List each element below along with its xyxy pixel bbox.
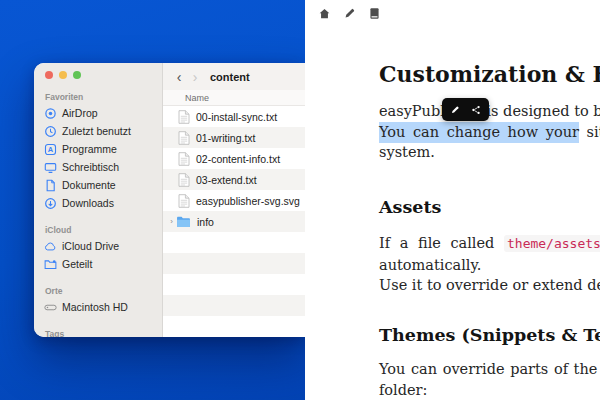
svg-text:A: A (48, 145, 54, 154)
sidebar-item-label: Schreibtisch (62, 161, 119, 173)
file-list: 00-install-sync.txt01-writing.txt02-cont… (163, 106, 305, 337)
desktop-icon (44, 161, 57, 174)
file-icon (178, 110, 190, 124)
section-heading-assets: Assets (379, 197, 441, 217)
sidebar-item-macintosh-hd[interactable]: Macintosh HD (34, 298, 162, 316)
document-icon (44, 179, 57, 192)
sidebar-item-airdrop[interactable]: AirDrop (34, 104, 162, 122)
file-name: 03-extend.txt (196, 174, 257, 186)
assets-paragraph: If a file called theme/assets/css/custom… (379, 233, 600, 296)
selection-toolbar (442, 98, 489, 121)
list-empty-row (163, 274, 305, 295)
paragraph-text: site looks and behaves with the theme (579, 124, 600, 140)
file-name: 00-install-sync.txt (196, 111, 277, 123)
sidebar-item-label: Zuletzt benutzt (62, 125, 131, 137)
window-title: content (210, 71, 250, 83)
file-icon (178, 152, 190, 166)
file-icon (178, 131, 190, 145)
sidebar-section-header: Orte (45, 286, 162, 296)
sidebar-item-icloud-drive[interactable]: iCloud Drive (34, 237, 162, 255)
back-icon[interactable]: ‹ (171, 69, 187, 85)
shared-folder-icon (44, 258, 57, 271)
file-row-03-extend-txt[interactable]: 03-extend.txt (163, 169, 305, 190)
intro-paragraph: easyPublisher is designed to be simple —… (379, 101, 600, 163)
sidebar-item-label: Programme (62, 143, 117, 155)
sidebar-item-label: Geteilt (62, 258, 92, 270)
traffic-light[interactable] (59, 71, 67, 79)
file-name: easypublisher-svg.svg (196, 195, 300, 207)
paragraph-text: If a file called (379, 235, 504, 251)
finder-main-pane: ‹ › content Name 00-install-sync.txt01-w… (163, 63, 305, 337)
finder-sidebar: FavoritenAirDropZuletzt benutztAProgramm… (34, 63, 163, 337)
sidebar-sections: FavoritenAirDropZuletzt benutztAProgramm… (34, 92, 162, 337)
file-row-01-writing-txt[interactable]: 01-writing.txt (163, 127, 305, 148)
sidebar-section-header: Tags (45, 329, 162, 337)
traffic-light[interactable] (45, 71, 53, 79)
file-name: 02-content-info.txt (196, 153, 280, 165)
file-icon (178, 194, 190, 208)
left-panel-background: FavoritenAirDropZuletzt benutztAProgramm… (0, 0, 305, 400)
list-empty-row (163, 295, 305, 316)
sidebar-item-dokumente[interactable]: Dokumente (34, 176, 162, 194)
file-row-00-install-sync-txt[interactable]: 00-install-sync.txt (163, 106, 305, 127)
inline-code: theme/assets/css/custom.css (504, 235, 600, 252)
selected-text: You can change how your (379, 122, 579, 143)
sidebar-item-label: Downloads (62, 197, 114, 209)
sidebar-item-downloads[interactable]: Downloads (34, 194, 162, 212)
sidebar-item-geteilt[interactable]: Geteilt (34, 255, 162, 273)
paragraph-line: folder: (379, 380, 600, 400)
file-icon (178, 173, 190, 187)
file-name: info (197, 216, 214, 228)
paragraph-line: You can override parts of the layout by … (379, 359, 600, 380)
list-empty-row (163, 232, 305, 253)
paragraph-line: You can change how your site looks and b… (379, 122, 600, 143)
folder-icon (176, 216, 191, 228)
downloads-icon (44, 197, 57, 210)
list-empty-row (163, 253, 305, 274)
sidebar-section-header: Favoriten (45, 92, 162, 102)
paragraph-line: Use it to override or extend default sty… (379, 275, 600, 296)
themes-paragraph: You can override parts of the layout by … (379, 359, 600, 400)
clock-icon (44, 125, 57, 138)
share-icon[interactable] (471, 105, 481, 115)
hdd-icon (44, 301, 57, 314)
cloud-icon (44, 240, 57, 253)
content-page: Customization & Extending easyPublisher … (305, 0, 600, 400)
disclosure-chevron-icon[interactable]: › (167, 217, 176, 226)
page-title: Customization & Extending (379, 61, 600, 87)
pencil-icon[interactable] (450, 105, 460, 115)
traffic-light[interactable] (73, 71, 81, 79)
sidebar-item-label: Dokumente (62, 179, 116, 191)
finder-window: FavoritenAirDropZuletzt benutztAProgramm… (34, 63, 305, 337)
sidebar-item-zuletzt-benutzt[interactable]: Zuletzt benutzt (34, 122, 162, 140)
list-empty-row (163, 316, 305, 337)
airdrop-icon (44, 107, 57, 120)
file-row-easypublisher-svg-svg[interactable]: easypublisher-svg.svg (163, 190, 305, 211)
traffic-lights (34, 71, 162, 79)
section-heading-themes: Themes (Snippets & Templates) (379, 325, 600, 345)
sidebar-item-label: AirDrop (62, 107, 98, 119)
sidebar-item-label: Macintosh HD (62, 301, 128, 313)
file-row-info[interactable]: ›info (163, 211, 305, 232)
paragraph-line: easyPublisher is designed to be simple —… (379, 101, 600, 122)
paragraph-line: If a file called theme/assets/css/custom… (379, 233, 600, 255)
paragraph-line: automatically. (379, 255, 600, 276)
file-name: 01-writing.txt (196, 132, 256, 144)
sidebar-item-label: iCloud Drive (62, 240, 119, 252)
file-row-02-content-info-txt[interactable]: 02-content-info.txt (163, 148, 305, 169)
column-header-name[interactable]: Name (163, 90, 305, 106)
paragraph-line: system. (379, 142, 600, 163)
sidebar-item-programme[interactable]: AProgramme (34, 140, 162, 158)
finder-toolbar: ‹ › content (163, 63, 305, 90)
article: Customization & Extending easyPublisher … (305, 0, 600, 400)
forward-icon[interactable]: › (187, 69, 203, 85)
applications-icon: A (44, 143, 57, 156)
sidebar-item-schreibtisch[interactable]: Schreibtisch (34, 158, 162, 176)
sidebar-section-header: iCloud (45, 225, 162, 235)
